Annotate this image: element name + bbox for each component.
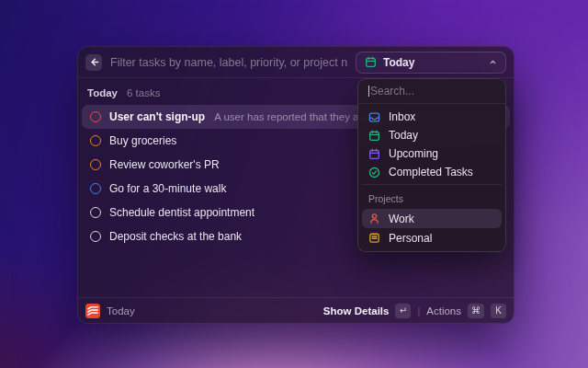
todoist-logo-icon — [85, 304, 100, 318]
return-key-badge: ↵ — [395, 304, 411, 318]
desktop-background: Filter tasks by name, label, priority, o… — [0, 0, 588, 368]
dropdown-search-placeholder: Search... — [370, 85, 414, 98]
projects-section-header: Projects — [362, 188, 502, 209]
dropdown-list: Inbox Today Upcoming — [358, 104, 505, 251]
task-checkbox-circle[interactable] — [90, 135, 101, 146]
section-task-count: 6 tasks — [127, 87, 160, 98]
dropdown-item-work[interactable]: Work — [362, 209, 502, 228]
dropdown-search-input[interactable]: Search... — [358, 79, 505, 104]
dropdown-item-today[interactable]: Today — [362, 126, 502, 144]
task-checkbox-circle[interactable] — [90, 231, 101, 242]
task-checkbox-circle[interactable] — [90, 159, 101, 170]
shortcut-separator: | — [417, 305, 420, 316]
task-checkbox-circle[interactable] — [90, 183, 101, 194]
person-icon — [368, 213, 380, 224]
dropdown-divider — [362, 184, 502, 185]
task-title: Deposit checks at the bank — [109, 230, 242, 243]
context-label: Today — [107, 305, 135, 316]
back-button[interactable] — [85, 54, 102, 71]
today-filter-dropdown-button[interactable]: Today — [356, 52, 506, 74]
action-bar-shortcuts: Show Details ↵ | Actions ⌘ K — [323, 304, 506, 318]
actions-button[interactable]: Actions — [426, 305, 461, 316]
action-bar: Today Show Details ↵ | Actions ⌘ K — [78, 297, 514, 323]
dropdown-item-label: Inbox — [389, 110, 415, 123]
show-details-button[interactable]: Show Details — [323, 305, 390, 316]
archive-box-icon — [368, 232, 380, 244]
section-title: Today — [87, 87, 118, 98]
task-title: Go for a 30-minute walk — [109, 182, 226, 195]
check-circle-icon — [368, 167, 380, 178]
dropdown-item-label: Work — [389, 213, 414, 225]
chevron-up-icon — [489, 58, 497, 66]
task-title: Schedule dentist appointment — [109, 206, 254, 219]
dropdown-item-upcoming[interactable]: Upcoming — [362, 144, 502, 163]
filter-dropdown-label: Today — [383, 56, 414, 69]
task-title: Buy groceries — [109, 134, 176, 147]
dropdown-item-personal[interactable]: Personal — [362, 228, 502, 247]
calendar-icon — [368, 130, 380, 142]
calendar-icon — [368, 148, 380, 160]
task-checkbox-circle[interactable] — [90, 111, 101, 122]
calendar-icon — [365, 56, 377, 68]
dropdown-item-completed-tasks[interactable]: Completed Tasks — [362, 163, 502, 181]
dropdown-item-label: Today — [389, 129, 418, 142]
filter-dropdown-panel: Search... Inbox Today — [357, 78, 506, 252]
task-checkbox-circle[interactable] — [90, 207, 101, 218]
inbox-icon — [368, 111, 380, 123]
task-title: User can't sign-up — [109, 110, 205, 123]
dropdown-item-label: Upcoming — [389, 147, 438, 160]
k-key-badge: K — [491, 304, 506, 318]
search-topbar: Filter tasks by name, label, priority, o… — [78, 47, 514, 78]
cmd-key-badge: ⌘ — [468, 304, 484, 318]
text-cursor — [368, 86, 369, 97]
filter-tasks-input[interactable]: Filter tasks by name, label, priority, o… — [110, 56, 347, 69]
dropdown-item-label: Completed Tasks — [389, 166, 473, 178]
dropdown-item-inbox[interactable]: Inbox — [362, 108, 502, 126]
arrow-left-icon — [89, 57, 99, 67]
dropdown-item-label: Personal — [389, 232, 432, 245]
quick-find-window: Filter tasks by name, label, priority, o… — [77, 46, 514, 324]
task-title: Review coworker's PR — [109, 158, 220, 171]
